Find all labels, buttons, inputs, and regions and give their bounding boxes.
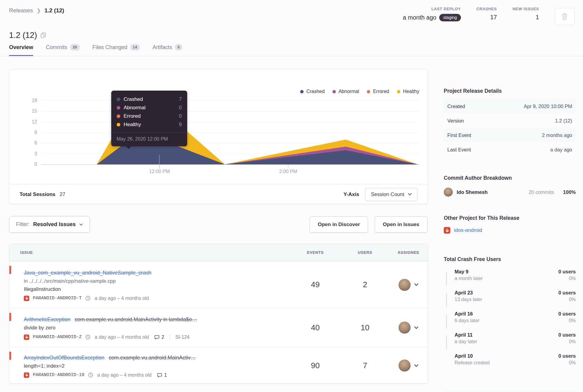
tab-files-changed-count: 14 bbox=[130, 44, 140, 51]
filter-label: Filter: bbox=[16, 221, 30, 228]
stat-crashes-value: 17 bbox=[490, 14, 497, 21]
issue-row[interactable]: ArithmeticExceptioncom.example.vu.androi… bbox=[9, 308, 428, 347]
open-in-discover-button[interactable]: Open in Discover bbox=[310, 216, 368, 233]
author-percent: 100% bbox=[563, 189, 576, 195]
stat-last-deploy: LAST DEPLOY a month ago staging bbox=[403, 7, 461, 21]
tooltip-row-abnormal: Abnormal 0 bbox=[117, 104, 182, 112]
tab-overview-label: Overview bbox=[9, 44, 33, 51]
project-slug: PARANOID-ANDROID-T bbox=[33, 296, 82, 301]
tab-artifacts[interactable]: Artifacts 0 bbox=[153, 44, 182, 56]
detail-row-first-event: First Event 2 months ago bbox=[444, 128, 576, 142]
stat-new-issues-value: 1 bbox=[536, 14, 539, 21]
y-axis-tick: 6 bbox=[21, 140, 37, 146]
detail-row-version: Version 1.2 (12) bbox=[444, 114, 576, 128]
issue-age: a day ago – 4 months old bbox=[97, 372, 152, 378]
assignee-dropdown[interactable] bbox=[389, 279, 428, 291]
author-commit-count: 20 commits bbox=[528, 189, 554, 195]
timeline-entry: April 110 users a day later0% bbox=[444, 332, 576, 353]
java-project-icon bbox=[444, 227, 450, 234]
stat-last-deploy-value: a month ago bbox=[403, 14, 436, 21]
copy-version-button[interactable] bbox=[41, 33, 46, 38]
issue-level-indicator bbox=[9, 352, 11, 360]
release-title-row: 1.2 (12) bbox=[9, 31, 46, 40]
sessions-chart-panel: Crashed Abnormal Errored Healthy 1815129… bbox=[9, 69, 428, 204]
chevron-down-icon bbox=[408, 193, 412, 196]
x-axis-tick: 12:00 PM bbox=[149, 169, 170, 174]
timeline-connector bbox=[446, 293, 447, 307]
legend-errored-label: Errored bbox=[373, 89, 389, 94]
issue-events-count: 40 bbox=[290, 323, 341, 332]
breadcrumb-releases-link[interactable]: Releases bbox=[9, 7, 33, 14]
tooltip-caret bbox=[126, 146, 132, 149]
tab-commits[interactable]: Commits 20 bbox=[46, 44, 80, 56]
total-sessions-value: 27 bbox=[60, 191, 65, 198]
crash-free-timeline: May 90 users a month later0% April 230 u… bbox=[444, 269, 576, 374]
release-overview-page: Releases ❯ 1.2 (12) LAST DEPLOY a month … bbox=[0, 0, 583, 392]
detail-row-created: Created Apr 9, 2020 10:00 PM bbox=[444, 99, 576, 114]
issue-row[interactable]: Java_com_example_vu_android_NativeSample… bbox=[9, 261, 428, 308]
chevron-down-icon bbox=[414, 364, 418, 367]
issue-title-link[interactable]: ArrayIndexOutOfBoundsException bbox=[24, 355, 105, 361]
legend-healthy[interactable]: Healthy bbox=[397, 89, 419, 94]
other-project-row: idos-android bbox=[444, 226, 576, 235]
y-axis-tick: 0 bbox=[21, 162, 37, 167]
timeline-entry: April 160 users 6 days later0% bbox=[444, 311, 576, 332]
other-project-link[interactable]: idos-android bbox=[454, 227, 482, 233]
assignee-dropdown[interactable] bbox=[389, 322, 428, 334]
crashed-dot-icon bbox=[117, 98, 120, 101]
yaxis-select[interactable]: Session Count bbox=[365, 188, 418, 201]
y-axis-tick: 18 bbox=[21, 98, 37, 103]
legend-abnormal[interactable]: Abnormal bbox=[332, 89, 359, 94]
issue-culprit: IllegalInstruction bbox=[24, 285, 287, 294]
page-title: 1.2 (12) bbox=[9, 31, 37, 40]
y-axis-tick: 12 bbox=[21, 119, 37, 125]
assignee-dropdown[interactable] bbox=[389, 359, 428, 372]
issues-filter-select[interactable]: Filter: Resolved Issues bbox=[9, 216, 90, 233]
tab-files-changed[interactable]: Files Changed 14 bbox=[93, 44, 140, 56]
legend-healthy-label: Healthy bbox=[403, 89, 419, 94]
errored-dot-icon bbox=[367, 90, 370, 93]
assignee-avatar bbox=[399, 322, 411, 334]
issue-comments: 1 bbox=[157, 372, 167, 378]
tooltip-row-crashed: Crashed 7 bbox=[117, 95, 182, 104]
stat-crashes: CRASHES 17 bbox=[477, 7, 497, 21]
project-slug: PARANOID-ANDROID-10 bbox=[33, 372, 84, 378]
java-project-icon bbox=[24, 372, 29, 378]
java-project-icon bbox=[24, 334, 29, 340]
author-avatar bbox=[444, 188, 453, 197]
legend-errored[interactable]: Errored bbox=[367, 89, 389, 94]
release-tabs: Overview Commits 20 Files Changed 14 Art… bbox=[9, 44, 182, 56]
yaxis-select-value: Session Count bbox=[371, 191, 404, 198]
legend-crashed[interactable]: Crashed bbox=[300, 89, 324, 94]
timeline-entry: May 90 users a month later0% bbox=[444, 269, 576, 290]
tooltip-date: May 26, 2020 12:00 PM bbox=[111, 132, 187, 146]
tooltip-row-healthy: Healthy 9 bbox=[117, 120, 182, 129]
open-in-issues-button[interactable]: Open in Issues bbox=[375, 216, 427, 233]
chart-tooltip: Crashed 7 Abnormal 0 Errored 0 Healthy 9 bbox=[111, 91, 187, 146]
tab-artifacts-label: Artifacts bbox=[153, 44, 172, 51]
issue-level-indicator bbox=[9, 313, 11, 321]
chevron-down-icon bbox=[79, 223, 83, 226]
assignee-avatar bbox=[399, 359, 411, 372]
commit-author-row: Ido Shemesh 20 commits 100% bbox=[444, 186, 576, 198]
tab-overview[interactable]: Overview bbox=[9, 44, 33, 56]
delete-release-button[interactable] bbox=[555, 8, 575, 25]
abnormal-dot-icon bbox=[117, 106, 120, 110]
stat-last-deploy-label: LAST DEPLOY bbox=[431, 7, 461, 11]
detail-row-last-event: Last Event a day ago bbox=[444, 142, 576, 157]
issue-comments-count: 2 bbox=[162, 334, 164, 340]
issue-age: a day ago – 4 months old bbox=[95, 334, 149, 340]
x-axis-line bbox=[41, 164, 419, 165]
environment-badge: staging bbox=[439, 14, 461, 21]
stat-crashes-label: CRASHES bbox=[477, 7, 497, 11]
healthy-dot-icon bbox=[397, 90, 400, 93]
tab-artifacts-count: 0 bbox=[175, 44, 182, 51]
project-slug: PARANOID-ANDROID-Z bbox=[33, 334, 82, 340]
y-axis-tick: 9 bbox=[21, 130, 37, 135]
issue-title-link[interactable]: Java_com_example_vu_android_NativeSample… bbox=[24, 270, 151, 276]
issue-title-link[interactable]: ArithmeticException bbox=[24, 316, 71, 322]
issue-comments-count: 1 bbox=[164, 372, 167, 378]
commit-author-heading: Commit Author Breakdown bbox=[444, 175, 576, 181]
issue-row[interactable]: ArrayIndexOutOfBoundsExceptioncom.exampl… bbox=[9, 347, 428, 384]
release-sidebar: Project Release Details Created Apr 9, 2… bbox=[444, 88, 576, 392]
